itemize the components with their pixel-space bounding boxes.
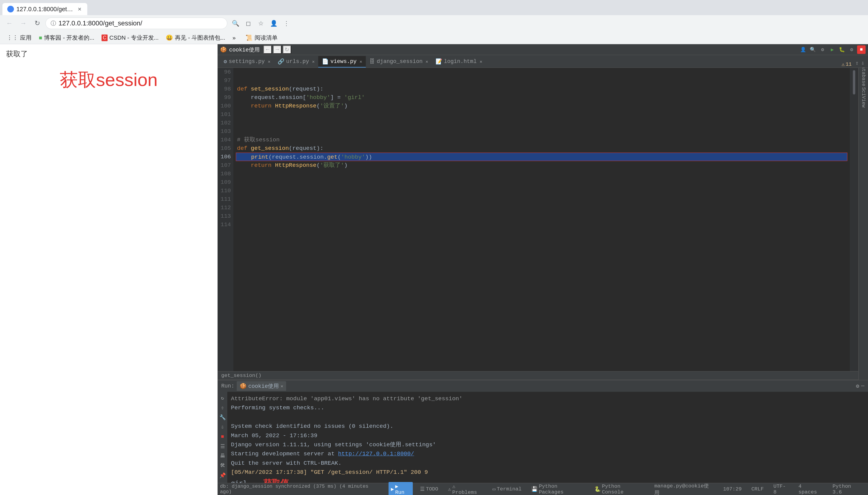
- run-print-icon[interactable]: 🖶: [219, 452, 226, 460]
- address-input[interactable]: 127.0.0.1:8000/get_session/: [59, 19, 222, 27]
- browser-content: 获取了 获取session: [0, 44, 218, 495]
- profile-icon-btn[interactable]: 👤: [268, 18, 279, 29]
- ide-tab-views[interactable]: 📄 views.py ✕: [318, 56, 366, 68]
- gutter-scroll: [852, 69, 856, 371]
- bookmark-label-apps: 应用: [20, 34, 32, 42]
- bookmark-more[interactable]: »: [229, 33, 239, 42]
- run-tools-icon[interactable]: 🔧: [219, 413, 226, 421]
- run-up-icon[interactable]: ⇧: [219, 404, 226, 411]
- run-output-line-4: System check identified no issues (0 sil…: [231, 422, 864, 431]
- address-bar[interactable]: ⓘ 127.0.0.1:8000/get_session/: [46, 18, 227, 29]
- ide-back-btn[interactable]: ←: [263, 46, 272, 54]
- dev-server-link[interactable]: http://127.0.0.1:8000/: [338, 450, 414, 457]
- main-area: 获取了 获取session 🍪 cookie使用 ← → ↻ 👤 🔍 ⚙ ▶ 🐛: [0, 44, 868, 495]
- status-python-packages-btn[interactable]: 💾 Python Packages: [529, 482, 587, 495]
- status-terminal-btn[interactable]: ▭ Terminal: [490, 485, 524, 494]
- line-98: 98: [220, 85, 231, 93]
- browser-chrome: 127.0.0.1:8000/get_session/ ✕ ← → ↻ ⓘ 12…: [0, 0, 868, 44]
- ide-person-icon[interactable]: 👤: [799, 46, 807, 54]
- run-output-line-7: Starting development server at http://12…: [231, 449, 864, 458]
- bookmark-csdn[interactable]: C CSDN - 专业开发...: [98, 33, 162, 43]
- line-107: 107: [220, 161, 231, 170]
- line-114: 114: [220, 220, 231, 229]
- line-110: 110: [220, 187, 231, 195]
- run-filter-icon[interactable]: 🛠: [219, 462, 226, 469]
- ide-search-icon[interactable]: 🔍: [808, 46, 817, 54]
- views-tab-label: views.py: [330, 58, 356, 65]
- breadcrumb-text: get_session(): [221, 373, 262, 378]
- ide-tab-settings[interactable]: ⚙ settings.py ✕: [220, 56, 274, 68]
- extensions-icon-btn[interactable]: ◻: [243, 18, 254, 29]
- run-stop-icon[interactable]: ■: [219, 433, 226, 440]
- bookmark-label-reading: 阅读清单: [255, 34, 278, 42]
- cnblogs-icon: ■: [39, 35, 42, 41]
- problems-icon: ⚠: [448, 486, 451, 492]
- ide-debug-icon[interactable]: 🐛: [838, 46, 846, 54]
- problems-label: ⚠ Problems: [452, 483, 483, 495]
- run-output-line-2: Performing system checks...: [231, 403, 864, 412]
- database-sidebar-item[interactable]: Database: [859, 70, 868, 79]
- python-packages-icon: 💾: [531, 486, 538, 492]
- reload-button[interactable]: ↻: [32, 18, 43, 29]
- bookmark-zaijian[interactable]: 😀 再见 - 斗图表情包...: [163, 33, 228, 43]
- status-todo-btn[interactable]: ☰ TODO: [417, 485, 441, 494]
- ide-reload-btn[interactable]: ↻: [283, 46, 291, 54]
- status-python-console-btn[interactable]: 🐍 Python Console: [592, 482, 647, 495]
- spaces-text: 4 spaces: [798, 483, 823, 495]
- run-tab-close[interactable]: ✕: [281, 383, 283, 389]
- settings-tab-close[interactable]: ✕: [268, 59, 271, 64]
- code-line-98: def set_session(request):: [237, 85, 846, 93]
- run-minimize-icon[interactable]: —: [861, 383, 864, 389]
- bookmark-reading-list[interactable]: 📜 阅读清单: [243, 33, 281, 43]
- ide-stop-red-icon[interactable]: ■: [857, 46, 866, 54]
- ide-run-green-icon[interactable]: ▶: [828, 46, 836, 54]
- back-button[interactable]: ←: [4, 18, 15, 29]
- ide-tab-urls[interactable]: 🔗 urls.py ✕: [274, 56, 318, 68]
- search-icon-btn[interactable]: 🔍: [230, 18, 241, 29]
- favorites-icon-btn[interactable]: ☆: [255, 18, 267, 29]
- run-settings-icon[interactable]: ⚙: [856, 383, 859, 389]
- ide-fwd-btn[interactable]: →: [273, 46, 281, 54]
- run-panel-header: Run: 🍪 cookie使用 ✕ ⚙ —: [218, 380, 868, 392]
- ide-tab-django-session[interactable]: 🗄 django_session ✕: [366, 56, 432, 68]
- status-problems-btn[interactable]: ⚠ ⚠ Problems: [445, 482, 485, 495]
- run-output-line-3: [231, 413, 864, 422]
- run-status-label: ▶ Run: [395, 483, 410, 495]
- cookie-project-icon: 🍪: [220, 46, 227, 53]
- urls-tab-label: urls.py: [286, 58, 309, 65]
- status-run-btn[interactable]: ▶ ▶ Run: [389, 482, 413, 495]
- urls-tab-close[interactable]: ✕: [312, 59, 315, 64]
- views-tab-close[interactable]: ✕: [360, 59, 362, 64]
- run-list-icon[interactable]: ☰: [219, 443, 226, 450]
- ide-tab-login[interactable]: 📝 login.html ✕: [432, 56, 486, 68]
- sciview-sidebar-item[interactable]: SciView: [859, 93, 868, 102]
- more-icon-btn[interactable]: ⋮: [281, 18, 292, 29]
- bookmark-apps[interactable]: ⋮⋮ 应用: [4, 33, 35, 43]
- login-tab-close[interactable]: ✕: [480, 59, 482, 64]
- status-manage-btn[interactable]: manage.py@cookie使用: [652, 481, 716, 495]
- ide-top-icons: 👤 🔍 ⚙ ▶ 🐛 ⚙ ■: [799, 46, 866, 54]
- todo-icon: ☰: [420, 486, 425, 492]
- toolbar-icons: 🔍 ◻ ☆ 👤 ⋮: [230, 18, 292, 29]
- run-restart-icon[interactable]: ↻: [219, 394, 226, 402]
- tab-close-btn[interactable]: ✕: [76, 6, 82, 12]
- browser-tab[interactable]: 127.0.0.1:8000/get_session/ ✕: [2, 3, 87, 15]
- forward-button[interactable]: →: [18, 18, 29, 29]
- expand-btn[interactable]: ⇧: [854, 58, 860, 68]
- reading-list-icon: 📜: [245, 34, 253, 41]
- ide-editor[interactable]: 96 97 98 99 100 101 102 103 104 105 106 …: [218, 68, 858, 380]
- run-down-icon[interactable]: ⇩: [219, 423, 226, 430]
- code-line-112: [237, 203, 846, 212]
- ide-settings-icon[interactable]: ⚙: [818, 46, 827, 54]
- code-line-96: [237, 68, 846, 76]
- code-line-104: # 获取session: [237, 136, 846, 144]
- scroll-thumb[interactable]: [853, 70, 855, 95]
- ide-profile-icon[interactable]: ⚙: [847, 46, 856, 54]
- django-session-tab-close[interactable]: ✕: [426, 59, 428, 64]
- run-pin-icon[interactable]: 📌: [219, 472, 226, 479]
- python-packages-label: Python Packages: [539, 483, 585, 495]
- run-tab[interactable]: 🍪 cookie使用 ✕: [237, 381, 286, 391]
- play-icon: ▶: [391, 486, 394, 492]
- bookmark-cnblogs[interactable]: ■ 博客园 - 开发者的...: [36, 33, 97, 43]
- collapse-btn[interactable]: ⇩: [860, 58, 866, 68]
